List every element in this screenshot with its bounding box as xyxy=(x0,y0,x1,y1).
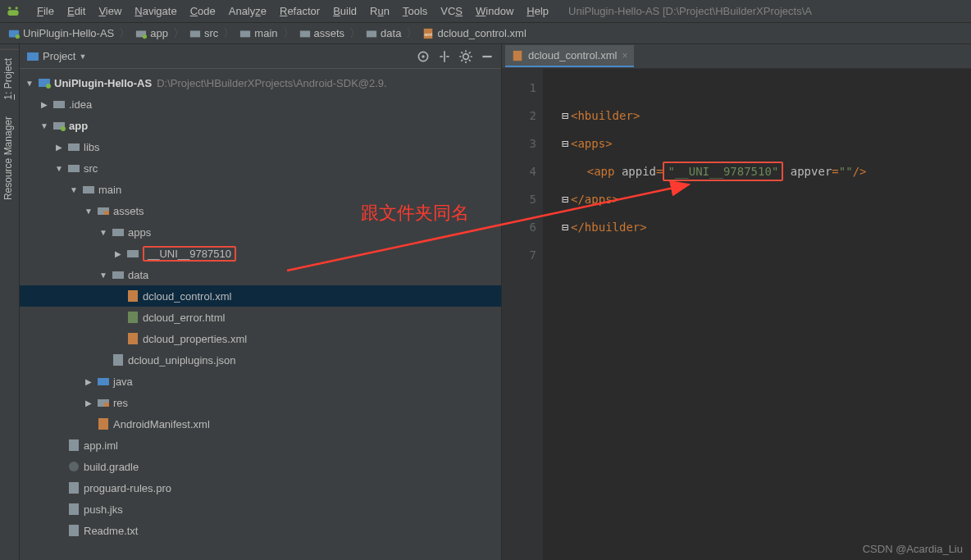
editor-tab-dcloud-control[interactable]: dcloud_control.xml × xyxy=(505,45,634,67)
project-panel-title[interactable]: Project ▼ xyxy=(26,50,86,63)
code-area[interactable]: 1 2 3 4 5 6 7 ⊟<hbuilder> ⊟<apps> <app a… xyxy=(502,69,971,560)
menu-tools[interactable]: Tools xyxy=(397,2,433,20)
chevron-down-icon: ▼ xyxy=(54,164,64,173)
project-module-icon xyxy=(38,76,51,89)
crumb-src[interactable]: src xyxy=(189,27,218,39)
menu-navigate[interactable]: Navigate xyxy=(129,2,182,20)
gear-icon[interactable] xyxy=(458,49,473,64)
resources-folder-icon xyxy=(97,396,110,409)
folder-icon xyxy=(82,183,95,196)
svg-rect-9 xyxy=(299,30,309,37)
chevron-right-icon: 〉 xyxy=(119,26,130,41)
svg-rect-7 xyxy=(190,30,200,37)
html-file-icon xyxy=(126,311,139,324)
svg-rect-33 xyxy=(112,271,124,279)
split-icon[interactable] xyxy=(437,49,452,64)
menu-vcs[interactable]: VCS xyxy=(435,2,468,20)
chevron-right-icon: 〉 xyxy=(223,26,235,41)
svg-point-0 xyxy=(8,7,11,9)
tool-window-bar: 1: Project Resource Manager xyxy=(0,44,20,560)
gradle-file-icon xyxy=(67,460,80,473)
iml-file-icon xyxy=(67,439,80,452)
fold-icon[interactable]: ⊟ xyxy=(559,130,571,157)
folder-icon xyxy=(52,98,66,111)
dropdown-icon: ▼ xyxy=(79,52,86,61)
code-content[interactable]: ⊟<hbuilder> ⊟<apps> <app appid="__UNI__9… xyxy=(543,69,971,560)
crumb-project[interactable]: UniPlugin-Hello-AS xyxy=(8,27,114,39)
svg-rect-35 xyxy=(128,312,138,323)
svg-rect-44 xyxy=(69,482,79,494)
svg-point-43 xyxy=(69,462,79,471)
crumb-main[interactable]: main xyxy=(239,27,277,39)
folder-icon xyxy=(67,140,80,153)
tree-pushjks[interactable]: push.jks xyxy=(20,499,501,520)
editor-tabs: dcloud_control.xml × xyxy=(502,44,971,69)
chevron-right-icon: 〉 xyxy=(349,26,361,41)
tree-libs[interactable]: ▶libs xyxy=(20,136,501,157)
tab-resource-manager[interactable]: Resource Manager xyxy=(0,108,19,208)
menu-analyze[interactable]: Analyze xyxy=(223,2,272,20)
svg-point-1 xyxy=(16,7,18,9)
folder-icon xyxy=(112,268,125,281)
project-panel-header: Project ▼ xyxy=(20,44,501,69)
tree-main[interactable]: ▼main xyxy=(20,179,501,200)
tree-java[interactable]: ▶java xyxy=(20,371,501,392)
menu-build[interactable]: Build xyxy=(327,2,362,20)
tree-dcloud-error[interactable]: dcloud_error.html xyxy=(20,307,501,328)
crumb-file[interactable]: xmldcloud_control.xml xyxy=(422,27,526,39)
tree-idea[interactable]: ▶.idea xyxy=(20,93,501,115)
tree-dcloud-properties[interactable]: dcloud_properties.xml xyxy=(20,328,501,349)
fold-icon[interactable]: ⊟ xyxy=(559,102,571,130)
tab-project[interactable]: 1: Project xyxy=(0,49,19,108)
minimize-icon[interactable] xyxy=(480,49,495,64)
menu-refactor[interactable]: Refactor xyxy=(274,2,326,20)
tree-root[interactable]: ▼UniPlugin-Hello-ASD:\Project\HBuilderXP… xyxy=(20,72,501,93)
target-icon[interactable] xyxy=(416,49,431,64)
close-icon[interactable]: × xyxy=(622,50,627,61)
menu-edit[interactable]: Edit xyxy=(62,2,91,20)
xml-file-icon xyxy=(512,50,523,61)
tree-data[interactable]: ▼data xyxy=(20,264,501,285)
crumb-data[interactable]: data xyxy=(366,27,401,39)
svg-point-19 xyxy=(463,53,469,59)
folder-icon xyxy=(126,247,139,260)
svg-rect-10 xyxy=(367,30,376,37)
crumb-assets[interactable]: assets xyxy=(299,27,345,39)
menu-code[interactable]: Code xyxy=(185,2,221,20)
menu-window[interactable]: Window xyxy=(470,2,519,20)
menu-file[interactable]: File xyxy=(31,2,60,20)
tree-proguard[interactable]: proguard-rules.pro xyxy=(20,477,501,499)
chevron-right-icon: 〉 xyxy=(173,26,185,41)
source-folder-icon xyxy=(97,375,110,388)
menu-run[interactable]: Run xyxy=(364,2,395,20)
menu-help[interactable]: Help xyxy=(521,2,554,20)
chevron-down-icon: ▼ xyxy=(98,271,108,280)
svg-rect-26 xyxy=(68,143,80,151)
tree-appiml[interactable]: app.iml xyxy=(20,435,501,456)
crumb-app[interactable]: app xyxy=(135,27,168,39)
svg-rect-13 xyxy=(27,52,39,61)
project-tree[interactable]: ▼UniPlugin-Hello-ASD:\Project\HBuilderXP… xyxy=(20,69,501,560)
tree-readme[interactable]: Readme.txt xyxy=(20,520,501,541)
chevron-down-icon: ▼ xyxy=(98,228,108,237)
tree-assets[interactable]: ▼assets xyxy=(20,200,501,221)
svg-rect-23 xyxy=(53,101,65,108)
tree-src[interactable]: ▼src xyxy=(20,157,501,179)
tree-app[interactable]: ▼app xyxy=(20,115,501,136)
menu-view[interactable]: View xyxy=(93,2,127,20)
tree-uni-folder[interactable]: ▶__UNI__9787510 xyxy=(20,243,501,264)
tree-apps[interactable]: ▼apps xyxy=(20,221,501,243)
tree-dcloud-uniplugins[interactable]: dcloud_uniplugins.json xyxy=(20,349,501,371)
tree-res[interactable]: ▶res xyxy=(20,392,501,413)
svg-point-15 xyxy=(422,55,424,57)
tree-buildgradle[interactable]: build.gradle xyxy=(20,456,501,477)
svg-rect-41 xyxy=(98,418,108,430)
svg-point-25 xyxy=(61,126,66,131)
svg-point-22 xyxy=(46,84,51,89)
svg-rect-31 xyxy=(112,229,124,236)
tree-dcloud-control[interactable]: dcloud_control.xml xyxy=(20,285,501,307)
json-file-icon xyxy=(112,353,125,367)
editor: dcloud_control.xml × 1 2 3 4 5 6 7 ⊟<hbu… xyxy=(502,44,971,560)
tree-manifest[interactable]: AndroidManifest.xml xyxy=(20,413,501,435)
chevron-down-icon: ▼ xyxy=(69,185,79,194)
